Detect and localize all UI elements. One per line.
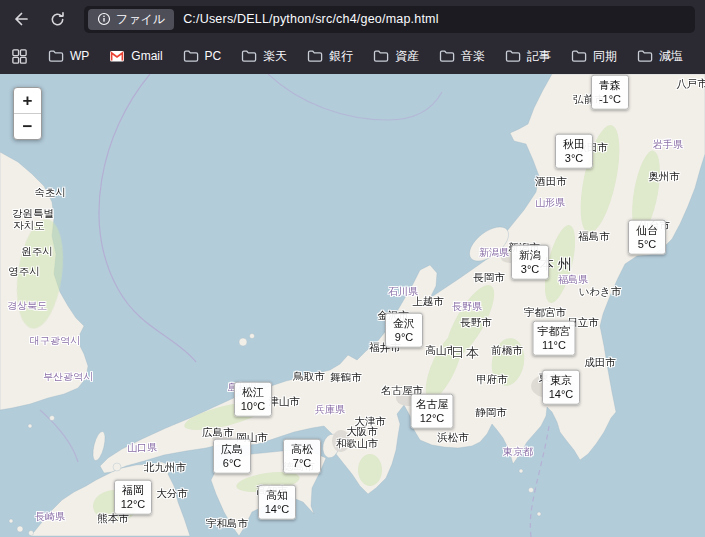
weather-marker[interactable]: 宇都宮11°C [533, 321, 576, 356]
url-text: C:/Users/DELL/python/src/ch4/geo/map.htm… [183, 12, 439, 26]
address-bar[interactable]: ファイル C:/Users/DELL/python/src/ch4/geo/ma… [84, 6, 695, 33]
map-label-city: 鳥取市 [293, 370, 325, 384]
bookmark-label: 楽天 [263, 48, 287, 65]
bookmark-item[interactable]: 減塩 [631, 44, 689, 69]
map-label-city: 자치도 [13, 219, 45, 233]
map-label-city: 大分市 [156, 487, 188, 501]
map-label-admin: 長崎県 [35, 510, 65, 524]
weather-marker[interactable]: 秋田3°C [555, 134, 593, 169]
map-label-city: いわき市 [579, 285, 622, 299]
map-label-city: 北九州市 [144, 461, 186, 475]
map-label-admin: 兵庫県 [315, 403, 345, 417]
weather-temp: 6°C [218, 456, 246, 470]
bookmarks-bar: WPGmailPC楽天銀行資産音楽記事同期減塩 [0, 38, 705, 74]
bookmark-item[interactable]: 同期 [565, 44, 623, 69]
weather-temp: 10°C [239, 399, 267, 413]
weather-temp: 12°C [119, 497, 147, 511]
weather-city: 東京 [547, 373, 575, 387]
weather-city: 高知 [263, 488, 291, 502]
map-label-city: 上越市 [412, 295, 444, 309]
bookmark-item[interactable]: PC [177, 44, 228, 68]
weather-marker[interactable]: 新潟3°C [511, 245, 549, 280]
folder-icon [241, 48, 257, 64]
map-label-city: 長岡市 [473, 271, 505, 285]
map-label-admin: 부산광역시 [43, 370, 93, 384]
bookmark-label: 音楽 [461, 48, 485, 65]
map-label-admin: 대구광역시 [30, 334, 80, 348]
weather-marker[interactable]: 福岡12°C [114, 480, 152, 515]
bookmark-item[interactable]: 音楽 [433, 44, 491, 69]
gmail-icon [109, 48, 125, 64]
weather-marker[interactable]: 松江10°C [234, 382, 272, 417]
weather-marker[interactable]: 青森-1°C [591, 75, 629, 110]
bookmark-label: 減塩 [659, 48, 683, 65]
folder-icon [48, 48, 64, 64]
apps-grid-icon[interactable] [6, 43, 32, 69]
bookmark-item[interactable]: Gmail [103, 44, 168, 68]
bookmark-item[interactable]: 楽天 [235, 44, 293, 69]
bookmark-item[interactable]: 資産 [367, 44, 425, 69]
map-label-admin: 山形県 [535, 196, 565, 210]
folder-icon [439, 48, 455, 64]
map-labels-layer: 弘前市八戸市秋田市酒田市奥州市仙台市福島市新潟市長岡市いわき市上越市長野市宇都宮… [0, 74, 705, 537]
weather-temp: 14°C [547, 387, 575, 401]
map-label-city: 成田市 [584, 356, 616, 370]
map-label-city: 酒田市 [535, 175, 567, 189]
map-label-city: 강원특별 [12, 207, 54, 221]
weather-city: 福岡 [119, 483, 147, 497]
map-label-admin: 경상북도 [7, 299, 47, 313]
folder-icon [183, 48, 199, 64]
back-arrow-icon [12, 10, 30, 28]
map-label-city: 大津市 [354, 415, 386, 429]
weather-city: 仙台 [633, 223, 661, 237]
weather-temp: 9°C [390, 330, 418, 344]
weather-city: 広島 [218, 442, 246, 456]
folder-icon [571, 48, 587, 64]
map-label-admin: 山口県 [127, 441, 157, 455]
bookmark-label: PC [205, 49, 222, 63]
weather-temp: 12°C [416, 411, 449, 425]
bookmark-label: 同期 [593, 48, 617, 65]
weather-temp: 3°C [560, 151, 588, 165]
weather-marker[interactable]: 仙台5°C [628, 220, 666, 255]
zoom-out-button[interactable]: − [14, 114, 41, 139]
weather-marker[interactable]: 高知14°C [258, 485, 296, 520]
refresh-icon [49, 11, 66, 28]
weather-marker[interactable]: 東京14°C [542, 370, 580, 405]
map-label-city: 福島市 [578, 230, 610, 244]
map-label-admin: 新潟県 [479, 246, 509, 260]
map-label-city: 영주시 [8, 265, 40, 279]
zoom-in-button[interactable]: + [14, 88, 41, 114]
map-label-admin: 長野県 [452, 300, 482, 314]
weather-marker[interactable]: 広島6°C [213, 439, 251, 474]
weather-city: 金沢 [390, 316, 418, 330]
back-button[interactable] [6, 4, 36, 34]
weather-marker[interactable]: 金沢9°C [385, 313, 423, 348]
map-label-city: 長野市 [460, 316, 492, 330]
weather-city: 名古屋 [416, 397, 449, 411]
weather-city: 高松 [288, 442, 316, 456]
map-label-country: 日本 [451, 344, 481, 362]
bookmark-item[interactable]: 銀行 [301, 44, 359, 69]
weather-temp: 5°C [633, 237, 661, 251]
weather-marker[interactable]: 高松7°C [283, 439, 321, 474]
map-label-admin: 福島県 [558, 273, 588, 287]
map-label-city: 奥州市 [648, 170, 680, 184]
info-icon [97, 12, 111, 26]
browser-toolbar: ファイル C:/Users/DELL/python/src/ch4/geo/ma… [0, 0, 705, 38]
map-label-city: 甲府市 [476, 373, 508, 387]
map-label-admin: 石川県 [388, 285, 418, 299]
map-label-city: 高山市 [425, 344, 457, 358]
weather-city: 青森 [596, 78, 624, 92]
bookmark-item[interactable]: 記事 [499, 44, 557, 69]
map-label-city: 浜松市 [437, 431, 469, 445]
map-label-city: 宇都宮市 [524, 306, 566, 320]
weather-marker[interactable]: 名古屋12°C [411, 394, 454, 429]
site-identity-chip[interactable]: ファイル [88, 9, 174, 30]
bookmark-item[interactable]: WP [42, 44, 95, 68]
bookmark-label: 資産 [395, 48, 419, 65]
refresh-button[interactable] [42, 4, 72, 34]
leaflet-map[interactable]: 弘前市八戸市秋田市酒田市奥州市仙台市福島市新潟市長岡市いわき市上越市長野市宇都宮… [0, 74, 705, 537]
bookmark-label: WP [70, 49, 89, 63]
weather-temp: 3°C [516, 262, 544, 276]
